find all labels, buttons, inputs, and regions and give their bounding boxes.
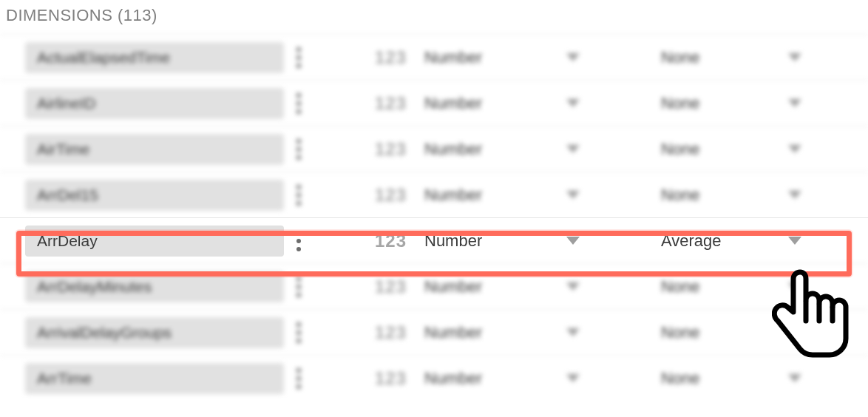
type-select-value: Number (424, 277, 482, 296)
aggregation-select[interactable]: None (661, 48, 809, 67)
chevron-down-icon (788, 374, 801, 383)
type-select[interactable]: Number (424, 231, 587, 251)
type-badge-123-icon: 123 (313, 368, 424, 389)
svg-marker-29 (788, 282, 801, 291)
aggregation-select-value: None (661, 323, 700, 342)
svg-marker-28 (566, 282, 580, 291)
chevron-down-icon (566, 53, 580, 62)
type-select[interactable]: Number (424, 277, 587, 296)
svg-marker-34 (788, 328, 801, 336)
type-badge-123-icon: 123 (313, 185, 424, 206)
chevron-down-icon (566, 328, 580, 337)
type-select[interactable]: Number (424, 323, 587, 342)
chevron-down-icon (566, 99, 580, 108)
dimension-name-chip[interactable]: ActualElapsedTime (25, 42, 284, 73)
svg-point-21 (296, 239, 301, 243)
aggregation-select[interactable]: None (661, 369, 809, 388)
type-select-value: Number (424, 369, 482, 388)
svg-point-2 (296, 64, 301, 68)
svg-point-32 (296, 339, 301, 343)
dimension-row: ArrDelay123NumberAverage (0, 217, 868, 263)
dimension-name: ArrivalDelayGroups (37, 324, 172, 342)
dimension-name: ArrTime (37, 370, 92, 387)
chevron-down-icon (788, 191, 801, 200)
dimension-row: ArrDelayMinutes123NumberNone (0, 263, 868, 309)
type-select[interactable]: Number (424, 140, 587, 159)
svg-marker-3 (566, 53, 580, 61)
chevron-down-icon (788, 99, 801, 108)
svg-marker-14 (788, 145, 801, 153)
dimension-name: ArrDelayMinutes (37, 278, 152, 296)
aggregation-select[interactable]: None (661, 277, 809, 296)
chevron-down-icon (566, 191, 580, 200)
dimension-name: AirlineID (37, 95, 95, 112)
dimension-row: ActualElapsedTime123NumberNone (0, 34, 868, 80)
svg-point-16 (296, 193, 301, 197)
section-title: DIMENSIONS (6, 6, 112, 24)
svg-point-12 (296, 155, 301, 160)
dimension-row: ArrivalDelayGroups123NumberNone (0, 309, 868, 355)
dimension-name-chip[interactable]: ArrDel15 (25, 180, 284, 211)
kebab-menu-icon[interactable] (284, 230, 313, 252)
dimension-name-chip[interactable]: ArrivalDelayGroups (25, 317, 284, 348)
type-badge-123-icon: 123 (313, 47, 424, 68)
chevron-down-icon (788, 237, 801, 245)
type-select[interactable]: Number (424, 48, 587, 67)
dimension-name-chip[interactable]: ArrTime (25, 363, 284, 394)
aggregation-select-value: None (661, 140, 700, 159)
kebab-menu-icon[interactable] (284, 276, 313, 298)
type-select[interactable]: Number (424, 186, 587, 205)
svg-point-0 (296, 47, 301, 52)
svg-marker-13 (566, 145, 580, 153)
section-count: 113 (123, 6, 152, 24)
type-select[interactable]: Number (424, 94, 587, 113)
kebab-menu-icon[interactable] (284, 47, 313, 69)
section-header: DIMENSIONS (113) (0, 0, 868, 34)
svg-point-10 (296, 139, 301, 143)
dimension-name-chip[interactable]: AirlineID (25, 88, 284, 119)
chevron-down-icon (566, 237, 580, 245)
svg-point-7 (296, 109, 301, 114)
kebab-menu-icon[interactable] (284, 367, 313, 390)
svg-marker-8 (566, 99, 580, 107)
svg-point-11 (296, 147, 301, 152)
dimension-rows: ActualElapsedTime123NumberNoneAirlineID1… (0, 34, 868, 401)
dimension-name-chip[interactable]: ArrDelay (25, 226, 284, 257)
kebab-menu-icon[interactable] (284, 184, 313, 206)
svg-point-1 (296, 55, 301, 60)
svg-marker-38 (566, 374, 580, 382)
svg-point-15 (296, 185, 301, 189)
aggregation-select-value: None (661, 94, 700, 113)
type-badge-123-icon: 123 (313, 277, 424, 297)
dimension-row: ArrTime123NumberNone (0, 355, 868, 401)
dimension-name: ArrDel15 (37, 186, 98, 204)
dimension-name-chip[interactable]: AirTime (25, 134, 284, 165)
kebab-menu-icon[interactable] (284, 138, 313, 160)
aggregation-select[interactable]: Average (661, 231, 809, 251)
aggregation-select-value: Average (661, 231, 722, 251)
type-badge-123-icon: 123 (313, 93, 424, 114)
svg-point-20 (296, 231, 301, 235)
svg-point-37 (296, 384, 301, 389)
svg-point-35 (296, 368, 301, 373)
aggregation-select[interactable]: None (661, 323, 809, 342)
svg-marker-19 (788, 191, 801, 199)
type-badge-123-icon: 123 (313, 231, 424, 251)
dimension-name-chip[interactable]: ArrDelayMinutes (25, 271, 284, 302)
dimension-row: AirTime123NumberNone (0, 126, 868, 172)
aggregation-select[interactable]: None (661, 186, 809, 205)
kebab-menu-icon[interactable] (284, 92, 313, 115)
svg-marker-24 (788, 237, 801, 245)
chevron-down-icon (566, 145, 580, 154)
kebab-menu-icon[interactable] (284, 322, 313, 344)
aggregation-select[interactable]: None (661, 140, 809, 159)
type-select-value: Number (424, 323, 482, 342)
aggregation-select-value: None (661, 48, 700, 67)
dimension-row: AirlineID123NumberNone (0, 80, 868, 126)
svg-point-17 (296, 201, 301, 206)
aggregation-select[interactable]: None (661, 94, 809, 113)
svg-point-5 (296, 93, 301, 98)
svg-marker-39 (788, 374, 801, 382)
type-select[interactable]: Number (424, 369, 587, 388)
type-select-value: Number (424, 94, 482, 113)
